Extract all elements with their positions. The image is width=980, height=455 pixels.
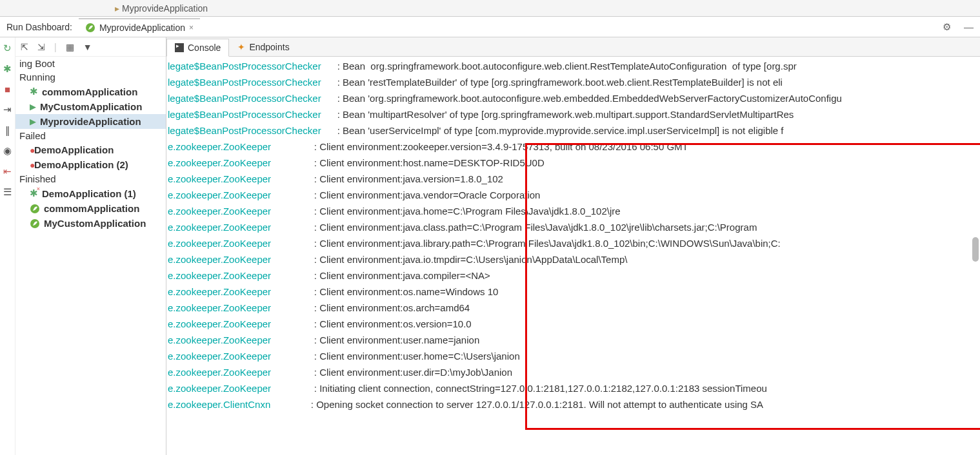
log-message: Bean org.springframework.boot.autoconfig… [343,58,797,74]
error-icon: ●! [30,145,30,155]
error-icon: ●! [30,160,30,170]
log-line: legate$BeanPostProcessorChecker : Bean '… [168,122,976,139]
tree-body: ing Boot Running ✱commomApplication▶MyCu… [15,57,166,455]
log-line: e.zookeeper.ZooKeeper : Client environme… [168,267,976,284]
log-line: e.zookeeper.ZooKeeper : Client environme… [168,235,976,251]
log-message: Bean 'userServiceImpl' of type [com.mypr… [343,122,784,139]
console-icon [175,43,184,52]
tree-section-finished[interactable]: Finished [15,172,166,186]
console-tab-bar: Console ✦ Endpoints [166,37,980,57]
log-logger: e.zookeeper.ZooKeeper [168,348,312,364]
tab-console[interactable]: Console [166,39,229,57]
log-logger: e.zookeeper.ZooKeeper [168,235,312,251]
collapse-all-icon[interactable]: ⇲ [37,42,45,52]
grid-icon[interactable]: ▦ [66,42,74,52]
scrollbar-thumb[interactable] [972,237,979,262]
tree-item-label: MyCustomApplication [44,218,146,229]
log-logger: e.zookeeper.ZooKeeper [168,251,312,267]
tree-item[interactable]: ▶MyCustomApplication [15,99,166,114]
log-message: Client environment:user.home=C:\Users\ja… [319,348,520,364]
log-message: Client environment:java.home=C:\Program … [319,203,620,219]
log-line: e.zookeeper.ClientCnxn : Opening socket … [168,396,976,412]
run-dashboard-header: Run Dashboard: MyprovideApplication × ⚙ … [0,17,980,37]
play-icon: ▶ [30,117,36,126]
tree-item[interactable]: commomApplication [15,201,166,216]
tree-item[interactable]: ✱DemoApplication (1) [15,186,166,201]
log-line: e.zookeeper.ZooKeeper : Client environme… [168,251,976,267]
exit-icon[interactable]: ⇤ [3,166,12,177]
tree-section-failed[interactable]: Failed [15,129,166,142]
log-message: Client environment:java.version=1.8.0_10… [319,171,503,187]
log-line: e.zookeeper.ZooKeeper : Client environme… [168,219,976,235]
log-logger: e.zookeeper.ZooKeeper [168,139,312,155]
stop-icon[interactable]: ■ [5,84,10,95]
log-logger: legate$BeanPostProcessorChecker [168,74,334,90]
console-panel: Console ✦ Endpoints legate$BeanPostProce… [166,37,980,455]
tree-item[interactable]: ▶MyprovideApplication [15,114,166,129]
log-message: Client environment:java.vendor=Oracle Co… [319,187,540,203]
log-message: Client environment:os.arch=amd64 [319,300,470,316]
camera-icon[interactable]: ◉ [3,145,12,157]
editor-tab-label: MyprovideApplication [122,3,208,14]
run-config-tab[interactable]: MyprovideApplication × [79,18,200,36]
play-icon: ▶ [30,102,36,111]
log-message: Client environment:host.name=DESKTOP-RID… [319,155,545,171]
log-message: Opening socket connection to server 127.… [316,396,763,412]
log-message: Client environment:zookeeper.version=3.4… [319,139,688,155]
tree-item[interactable]: MyCustomApplication [15,216,166,231]
folder-icon: ▸ [115,3,119,14]
tab-endpoints-label: Endpoints [249,42,289,52]
tree-item-label: DemoApplication (2) [34,159,128,170]
log-message: Client environment:user.name=janion [319,332,479,348]
spring-leaf-icon [85,23,95,33]
log-logger: e.zookeeper.ClientCnxn [168,396,308,412]
log-logger: legate$BeanPostProcessorChecker [168,90,334,106]
log-line: e.zookeeper.ZooKeeper : Client environme… [168,284,976,300]
log-logger: e.zookeeper.ZooKeeper [168,284,312,300]
log-message: Client environment:java.library.path=C:\… [319,235,781,251]
log-logger: e.zookeeper.ZooKeeper [168,332,312,348]
more-icon[interactable]: ☰ [3,186,12,198]
close-icon[interactable]: × [189,23,194,32]
tree-item-label: DemoApplication [34,144,114,155]
layout-icon[interactable]: ⇥ [3,104,12,115]
log-message: Initiating client connection, connectStr… [319,380,767,396]
bug-icon[interactable]: ✱ [3,63,12,75]
log-line: e.zookeeper.ZooKeeper : Client environme… [168,300,976,316]
rerun-icon[interactable]: ↻ [3,43,12,54]
tree-item-label: commomApplication [44,203,139,214]
expand-all-icon[interactable]: ⇱ [21,42,28,52]
log-logger: e.zookeeper.ZooKeeper [168,203,312,219]
log-line: e.zookeeper.ZooKeeper : Client environme… [168,187,976,203]
tree-item-label: DemoApplication (1) [42,188,136,199]
log-logger: e.zookeeper.ZooKeeper [168,171,312,187]
editor-tab[interactable]: ▸ MyprovideApplication [110,2,213,15]
log-logger: legate$BeanPostProcessorChecker [168,58,334,74]
log-message: Client environment:os.version=10.0 [319,316,472,332]
tree-item[interactable]: ✱commomApplication [15,84,166,99]
log-line: legate$BeanPostProcessorChecker : Bean '… [168,106,976,122]
minimize-icon[interactable]: — [957,21,980,32]
log-line: legate$BeanPostProcessorChecker : Bean o… [168,58,976,74]
tree-item[interactable]: ●!DemoApplication (2) [15,157,166,172]
log-line: e.zookeeper.ZooKeeper : Client environme… [168,171,976,187]
tree-root-label: ing Boot [15,57,166,70]
tab-endpoints[interactable]: ✦ Endpoints [229,38,297,56]
gear-icon[interactable]: ⚙ [936,21,957,33]
log-logger: e.zookeeper.ZooKeeper [168,187,312,203]
spring-leaf-icon [30,204,40,214]
log-message: Bean 'multipartResolver' of type [org.sp… [343,106,794,122]
log-message: Client environment:java.io.tmpdir=C:\Use… [319,251,627,267]
log-logger: legate$BeanPostProcessorChecker [168,122,334,139]
tree-item-label: MyCustomApplication [40,101,142,112]
tree-item[interactable]: ●!DemoApplication [15,142,166,157]
filter-icon[interactable]: ▼ [83,42,92,52]
log-message: Bean 'org.springframework.boot.autoconfi… [343,90,842,106]
log-line: e.zookeeper.ZooKeeper : Client environme… [168,364,976,380]
pause-icon[interactable]: ‖ [5,124,10,136]
log-message: Bean 'restTemplateBuilder' of type [org.… [343,74,783,90]
log-line: e.zookeeper.ZooKeeper : Client environme… [168,203,976,219]
log-line: e.zookeeper.ZooKeeper : Client environme… [168,155,976,171]
tree-section-running[interactable]: Running [15,70,166,84]
console-output[interactable]: legate$BeanPostProcessorChecker : Bean o… [166,57,980,455]
